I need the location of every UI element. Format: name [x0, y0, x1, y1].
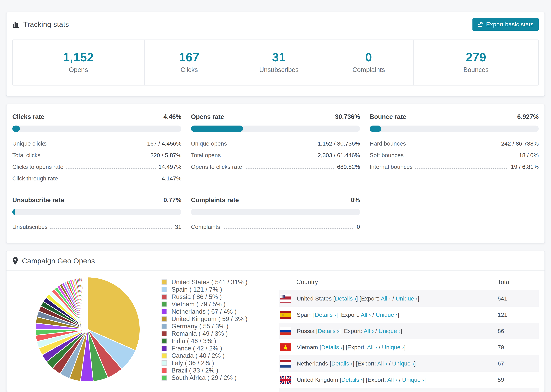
legend-swatch-icon	[162, 338, 167, 344]
rates-card: Clicks rate 4.46% Unique clicks 167 / 4.…	[6, 104, 545, 243]
rate-progress-track	[370, 126, 539, 132]
export-all-link[interactable]: All ›	[377, 360, 387, 367]
geo-opens-card: Campaign Geo Opens United States ( 541 /…	[6, 251, 545, 392]
rate-detail-row: Internal bounces 19 / 6.81%	[370, 159, 539, 170]
page-title: Tracking stats	[23, 20, 69, 28]
rate-title: Unsubscribe rate	[12, 196, 64, 204]
geo-table-rows: United States [Details ›] [Export: All ›…	[279, 290, 539, 392]
flag-vn-icon	[280, 343, 291, 351]
details-link[interactable]: Details ›	[318, 328, 339, 334]
legend-swatch-icon	[162, 360, 167, 366]
legend-item: Romania ( 49 / 3% )	[162, 330, 271, 337]
geo-pie-chart[interactable]	[33, 275, 142, 385]
summary-stats-row: 1,152 Opens167 Clicks31 Unsubscribes0 Co…	[12, 40, 539, 85]
legend-item: United States ( 541 / 31% )	[162, 279, 271, 286]
legend-label: Vietnam ( 79 / 5% )	[171, 301, 226, 308]
export-unique-link[interactable]: Unique ›	[396, 295, 418, 302]
export-unique-link[interactable]: Unique ›	[392, 360, 414, 367]
rate-detail-row: Total clicks 220 / 5.87%	[12, 147, 181, 159]
legend-item: Germany ( 55 / 3% )	[162, 322, 271, 330]
dotted-leader	[223, 228, 354, 229]
export-unique-link[interactable]: Unique ›	[402, 377, 424, 383]
rate-detail-label: Hard bounces	[370, 140, 406, 147]
dotted-leader	[415, 168, 508, 169]
export-unique-link[interactable]: Unique ›	[379, 328, 401, 334]
rate-detail-value: 689.82%	[337, 163, 360, 170]
rate-progress-track	[191, 209, 360, 215]
country-name: Netherlands	[297, 360, 328, 367]
table-row-es: Spain [Details ›] [Export: All › / Uniqu…	[279, 307, 539, 323]
rate-block-opens-rate: Opens rate 30.736% Unique opens 1,152 / …	[191, 113, 360, 170]
geo-opens-title: Campaign Geo Opens	[22, 257, 95, 265]
dotted-leader	[43, 157, 148, 157]
details-link[interactable]: Details ›	[331, 360, 353, 367]
legend-label: Canada ( 40 / 2% )	[171, 352, 225, 359]
table-row-gb: United Kingdom [Details ›] [Export: All …	[279, 372, 539, 388]
rate-detail-row: Unique opens 1,152 / 30.736%	[191, 136, 360, 147]
details-link[interactable]: Details ›	[321, 344, 343, 350]
legend-label: Germany ( 55 / 3% )	[171, 322, 228, 330]
table-row-us: United States [Details ›] [Export: All ›…	[279, 290, 539, 307]
rate-detail-value: 19 / 6.81%	[511, 163, 539, 170]
geo-table-header: Country Total	[279, 273, 539, 290]
rate-detail-label: Internal bounces	[370, 163, 413, 170]
details-link[interactable]: Details ›	[341, 377, 363, 383]
details-link[interactable]: Details ›	[315, 311, 336, 318]
rate-detail-value: 1,152 / 30.736%	[318, 140, 360, 147]
legend-label: Russia ( 86 / 5% )	[171, 293, 222, 301]
legend-label: United States ( 541 / 31% )	[171, 279, 247, 286]
rate-detail-value: 220 / 5.87%	[150, 152, 181, 159]
country-name: United States	[297, 295, 332, 302]
export-unique-link[interactable]: Unique ›	[376, 311, 398, 318]
rate-title: Clicks rate	[12, 113, 44, 120]
rate-progress-fill	[191, 126, 243, 132]
export-all-link[interactable]: All ›	[381, 295, 391, 302]
legend-swatch-icon	[162, 368, 167, 373]
legend-swatch-icon	[162, 353, 167, 358]
legend-label: United Kingdom ( 59 / 3% )	[171, 315, 247, 322]
legend-swatch-icon	[162, 316, 167, 322]
stat-value: 167	[146, 50, 232, 64]
rate-block-complaints-rate: Complaints rate 0% Complaints 0	[191, 196, 360, 231]
details-link[interactable]: Details ›	[335, 295, 356, 302]
pie-slice[interactable]	[87, 277, 88, 329]
rate-detail-row: Total opens 2,303 / 61.446%	[191, 147, 360, 159]
flag-es-icon	[280, 311, 291, 319]
rate-progress-track	[12, 126, 181, 132]
legend-swatch-icon	[162, 324, 167, 329]
map-pin-icon	[12, 257, 18, 265]
rate-detail-label: Total opens	[191, 152, 221, 159]
country-total: 86	[498, 328, 539, 334]
legend-label: Italy ( 36 / 2% )	[171, 359, 214, 367]
stat-tile-clicks: 167 Clicks	[145, 40, 234, 85]
rate-value: 30.736%	[335, 113, 360, 120]
legend-label: Brazil ( 33 / 2% )	[171, 367, 218, 374]
legend-item: Canada ( 40 / 2% )	[162, 352, 271, 359]
total-column-header: Total	[498, 279, 539, 286]
dotted-leader	[409, 145, 498, 145]
export-all-link[interactable]: All ›	[361, 311, 371, 318]
export-all-link[interactable]: All ›	[364, 328, 374, 334]
table-row-nl: Netherlands [Details ›] [Export: All › /…	[279, 355, 539, 372]
legend-swatch-icon	[162, 301, 167, 307]
tracking-stats-header: Tracking stats Export basic stats	[7, 12, 544, 36]
rate-detail-row: Clicks to opens rate 14.497%	[12, 159, 181, 170]
legend-swatch-icon	[162, 331, 167, 336]
dotted-leader	[245, 168, 334, 169]
stat-tile-complaints: 0 Complaints	[324, 40, 414, 85]
legend-item: France ( 42 / 2% )	[162, 345, 271, 352]
stat-value: 31	[236, 50, 322, 64]
rate-block-unsubscribe-rate: Unsubscribe rate 0.77% Unsubscribes 31	[12, 196, 181, 231]
export-all-link[interactable]: All ›	[367, 344, 377, 350]
stat-value: 279	[416, 50, 537, 64]
rates-grid: Clicks rate 4.46% Unique clicks 167 / 4.…	[12, 113, 539, 231]
rate-value: 0%	[351, 196, 360, 204]
legend-label: South Africa ( 29 / 2% )	[171, 374, 236, 381]
export-unique-link[interactable]: Unique ›	[382, 344, 404, 350]
export-basic-stats-button[interactable]: Export basic stats	[473, 18, 539, 31]
rate-detail-value: 4.147%	[162, 175, 181, 182]
export-all-link[interactable]: All ›	[387, 377, 397, 383]
rate-detail-label: Opens to clicks rate	[191, 163, 242, 170]
country-total: 541	[498, 295, 539, 302]
rate-block-clicks-rate: Clicks rate 4.46% Unique clicks 167 / 4.…	[12, 113, 181, 182]
